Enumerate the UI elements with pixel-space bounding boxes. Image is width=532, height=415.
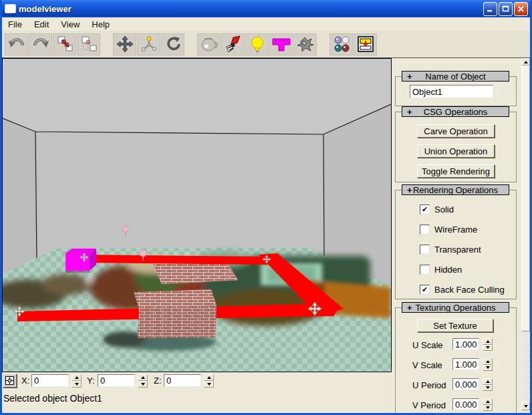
group-title: CSG Operations <box>402 107 509 117</box>
v-scale-spinner[interactable] <box>483 358 493 371</box>
transparent-checkbox[interactable]: ✔ <box>420 245 430 255</box>
toolbar-paint-texture-button[interactable] <box>221 33 245 55</box>
copy-link-icon <box>55 35 74 53</box>
hidden-label: Hidden <box>434 265 462 275</box>
u-period-label: U Period <box>412 380 446 390</box>
menu-file[interactable]: File <box>2 18 28 31</box>
panel-scrollbar[interactable] <box>521 58 530 410</box>
explode-parts-icon <box>295 35 315 53</box>
minimize-button[interactable] <box>483 2 497 16</box>
toolbar-rotate-button[interactable] <box>161 33 184 55</box>
arrow-up-icon <box>524 61 528 63</box>
menu-view[interactable]: View <box>55 18 86 31</box>
scrollbar-track[interactable] <box>521 331 530 402</box>
spin-up-button[interactable] <box>138 374 148 381</box>
toolbar-undo-button[interactable] <box>5 33 28 55</box>
x-spinner[interactable] <box>72 374 82 388</box>
u-period-spinner[interactable] <box>483 378 493 391</box>
toolbar-render-material-button[interactable] <box>197 33 221 55</box>
paintbrush-icon <box>224 35 243 53</box>
solid-label: Solid <box>434 204 454 215</box>
title-bar[interactable]: modelviewer <box>0 0 532 17</box>
back-face-culling-checkbox[interactable]: ✔ <box>420 285 430 295</box>
y-spinner[interactable] <box>138 374 148 388</box>
u-scale-input[interactable] <box>452 338 479 350</box>
menu-help[interactable]: Help <box>86 18 116 31</box>
y-input[interactable] <box>98 374 135 387</box>
spin-up-button[interactable] <box>483 398 493 405</box>
spin-up-button[interactable] <box>72 374 82 381</box>
check-icon: ✔ <box>422 286 428 293</box>
spin-down-button[interactable] <box>72 381 82 388</box>
spin-up-button[interactable] <box>204 374 214 381</box>
spin-down-button[interactable] <box>483 345 493 352</box>
wireframe-checkbox[interactable]: ✔ <box>420 225 430 235</box>
toolbar-csg-primitive-button[interactable] <box>269 33 293 55</box>
maximize-button[interactable] <box>499 2 513 16</box>
scrollbar-thumb[interactable] <box>521 65 530 331</box>
light-bulb-icon <box>248 35 267 53</box>
v-scale-input[interactable] <box>452 358 479 370</box>
z-input[interactable] <box>164 374 201 387</box>
spin-down-button[interactable] <box>483 385 493 392</box>
toggle-rendering-button[interactable]: Toggle Rendering <box>417 164 495 178</box>
csg-operations-header[interactable]: + CSG Operations <box>402 106 509 117</box>
name-of-object-header[interactable]: + Name of Object <box>402 71 509 82</box>
solid-checkbox[interactable]: ✔ <box>420 204 430 215</box>
layer-order-icon <box>356 35 375 53</box>
redo-icon <box>31 35 50 53</box>
x-input[interactable] <box>31 374 69 387</box>
u-scale-spinner[interactable] <box>483 338 493 351</box>
y-label: Y: <box>87 376 95 386</box>
move-icon <box>116 35 134 53</box>
close-button[interactable] <box>514 2 528 16</box>
rendering-operations-header[interactable]: + Rendering Operations <box>402 184 509 195</box>
scrollbar-down-button[interactable] <box>521 402 530 410</box>
spin-down-button[interactable] <box>138 381 148 388</box>
group-title: Name of Object <box>402 72 509 82</box>
union-operation-button[interactable]: Union Operation <box>417 144 495 158</box>
v-scale-label: V Scale <box>412 360 442 370</box>
spin-up-button[interactable] <box>483 338 493 345</box>
toolbar <box>2 31 530 58</box>
toolbar-copy-link-button[interactable] <box>53 33 76 55</box>
toolbar-material-colors-button[interactable] <box>329 33 353 55</box>
set-texture-button[interactable]: Set Texture <box>417 319 493 332</box>
toolbar-explode-parts-button[interactable] <box>293 33 317 55</box>
v-period-label: V Period <box>412 400 446 410</box>
brick-box-object[interactable] <box>134 289 217 338</box>
spin-up-button[interactable] <box>483 378 493 385</box>
spin-down-button[interactable] <box>483 365 493 372</box>
v-period-spinner[interactable] <box>483 398 493 411</box>
menu-bar: File Edit View Help <box>2 17 530 31</box>
scrollbar-up-button[interactable] <box>521 58 530 65</box>
center-origin-button[interactable] <box>3 374 17 388</box>
hidden-checkbox[interactable]: ✔ <box>420 265 430 275</box>
csg-shape-icon <box>271 35 291 53</box>
undo-icon <box>7 35 26 53</box>
toolbar-redo-button[interactable] <box>29 33 52 55</box>
u-period-input[interactable] <box>452 378 479 390</box>
z-label: Z: <box>154 376 162 386</box>
minimize-icon <box>487 5 494 13</box>
viewport-3d[interactable] <box>3 59 391 372</box>
toolbar-move-button[interactable] <box>113 33 136 55</box>
arrow-down-icon <box>524 405 528 408</box>
spin-up-button[interactable] <box>483 358 493 365</box>
carve-operation-button[interactable]: Carve Operation <box>417 124 495 138</box>
x-label: X: <box>21 376 29 386</box>
spin-down-button[interactable] <box>204 381 214 388</box>
material-colors-icon <box>332 35 351 53</box>
group-title: Rendering Operations <box>402 185 509 195</box>
toolbar-scale-axes-button[interactable] <box>137 33 160 55</box>
spin-down-button[interactable] <box>483 405 493 412</box>
texturing-operations-header[interactable]: + Texturing Operations <box>402 302 509 313</box>
toolbar-paste-link-button[interactable] <box>77 33 100 55</box>
toolbar-lighting-button[interactable] <box>245 33 269 55</box>
back-face-culling-label: Back Face Culling <box>434 285 505 295</box>
z-spinner[interactable] <box>204 374 214 388</box>
menu-edit[interactable]: Edit <box>28 18 55 31</box>
toolbar-layer-order-button[interactable] <box>354 33 377 55</box>
v-period-input[interactable] <box>452 398 479 410</box>
object-name-input[interactable] <box>410 85 493 98</box>
